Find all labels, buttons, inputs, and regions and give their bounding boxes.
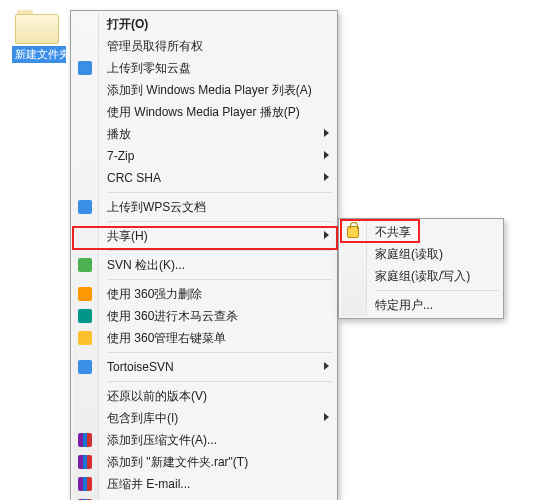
menu-360-trojan-scan[interactable]: 使用 360进行木马云查杀 [101, 305, 335, 327]
menu-upload-cloud[interactable]: 上传到零知云盘 [101, 57, 335, 79]
cloud-icon [77, 60, 93, 76]
folder-label: 新建文件夹 [12, 46, 66, 63]
menu-separator [107, 279, 333, 280]
menu-label: 包含到库中(I) [107, 410, 178, 427]
menu-label: 添加到 "新建文件夹.rar"(T) [107, 454, 248, 471]
lock-icon [345, 224, 361, 240]
archive-icon [77, 454, 93, 470]
menu-label: 7-Zip [107, 149, 134, 163]
menu-compress-email[interactable]: 压缩并 E-mail... [101, 473, 335, 495]
menu-separator [107, 221, 333, 222]
submenu-no-share[interactable]: 不共享 [369, 221, 501, 243]
menu-separator [107, 192, 333, 193]
menu-label: 压缩并 E-mail... [107, 476, 190, 493]
menu-label: 上传到零知云盘 [107, 60, 191, 77]
menu-label: 添加到压缩文件(A)... [107, 432, 217, 449]
menu-label: CRC SHA [107, 171, 161, 185]
submenu-arrow-icon [324, 362, 329, 370]
menu-label: TortoiseSVN [107, 360, 174, 374]
submenu-arrow-icon [324, 173, 329, 181]
menu-play[interactable]: 播放 [101, 123, 335, 145]
submenu-arrow-icon [324, 151, 329, 159]
menu-label: 使用 Windows Media Player 播放(P) [107, 104, 300, 121]
menu-restore-previous[interactable]: 还原以前的版本(V) [101, 385, 335, 407]
submenu-homegroup-rw[interactable]: 家庭组(读取/写入) [369, 265, 501, 287]
share-submenu: 不共享 家庭组(读取) 家庭组(读取/写入) 特定用户... [338, 218, 504, 319]
menu-add-archive[interactable]: 添加到压缩文件(A)... [101, 429, 335, 451]
menu-360-force-delete[interactable]: 使用 360强力删除 [101, 283, 335, 305]
menu-separator [375, 290, 499, 291]
archive-icon [77, 476, 93, 492]
folder-icon [15, 8, 57, 42]
menu-label: 添加到 Windows Media Player 列表(A) [107, 82, 312, 99]
menu-label: 上传到WPS云文档 [107, 199, 206, 216]
archive-icon [77, 432, 93, 448]
menu-label: 家庭组(读取/写入) [375, 268, 470, 285]
svn-checkout-icon [77, 257, 93, 273]
menu-add-named-rar[interactable]: 添加到 "新建文件夹.rar"(T) [101, 451, 335, 473]
menu-label: SVN 检出(K)... [107, 257, 185, 274]
tortoisesvn-icon [77, 359, 93, 375]
menu-separator [107, 381, 333, 382]
submenu-specific-users[interactable]: 特定用户... [369, 294, 501, 316]
menu-label: 家庭组(读取) [375, 246, 443, 263]
menu-separator [107, 250, 333, 251]
menu-label: 不共享 [375, 224, 411, 241]
submenu-arrow-icon [324, 413, 329, 421]
menu-label: 使用 360管理右键菜单 [107, 330, 226, 347]
menu-label: 使用 360进行木马云查杀 [107, 308, 238, 325]
360-context-icon [77, 330, 93, 346]
submenu-arrow-icon [324, 129, 329, 137]
menu-label: 播放 [107, 126, 131, 143]
wps-icon [77, 199, 93, 215]
menu-label: 共享(H) [107, 228, 148, 245]
menu-include-library[interactable]: 包含到库中(I) [101, 407, 335, 429]
menu-label: 打开(O) [107, 16, 148, 33]
menu-open[interactable]: 打开(O) [101, 13, 335, 35]
menu-tortoisesvn[interactable]: TortoiseSVN [101, 356, 335, 378]
menu-label: 特定用户... [375, 297, 433, 314]
menu-label: 还原以前的版本(V) [107, 388, 207, 405]
menu-label: 使用 360强力删除 [107, 286, 202, 303]
menu-wmp-list[interactable]: 添加到 Windows Media Player 列表(A) [101, 79, 335, 101]
menu-upload-wps[interactable]: 上传到WPS云文档 [101, 196, 335, 218]
menu-360-context[interactable]: 使用 360管理右键菜单 [101, 327, 335, 349]
menu-separator [107, 352, 333, 353]
menu-admin-owner[interactable]: 管理员取得所有权 [101, 35, 335, 57]
menu-crc-sha[interactable]: CRC SHA [101, 167, 335, 189]
menu-label: 管理员取得所有权 [107, 38, 203, 55]
menu-wmp-play[interactable]: 使用 Windows Media Player 播放(P) [101, 101, 335, 123]
context-menu: 打开(O) 管理员取得所有权 上传到零知云盘 添加到 Windows Media… [70, 10, 338, 500]
submenu-homegroup-read[interactable]: 家庭组(读取) [369, 243, 501, 265]
menu-share[interactable]: 共享(H) [101, 225, 335, 247]
menu-svn-checkout[interactable]: SVN 检出(K)... [101, 254, 335, 276]
360-delete-icon [77, 286, 93, 302]
360-scan-icon [77, 308, 93, 324]
submenu-arrow-icon [324, 231, 329, 239]
desktop-folder[interactable]: 新建文件夹 [12, 8, 60, 66]
menu-compress-named-email[interactable]: 压缩到 "新建文件夹.rar" 并 E-mail [101, 495, 335, 500]
menu-7zip[interactable]: 7-Zip [101, 145, 335, 167]
